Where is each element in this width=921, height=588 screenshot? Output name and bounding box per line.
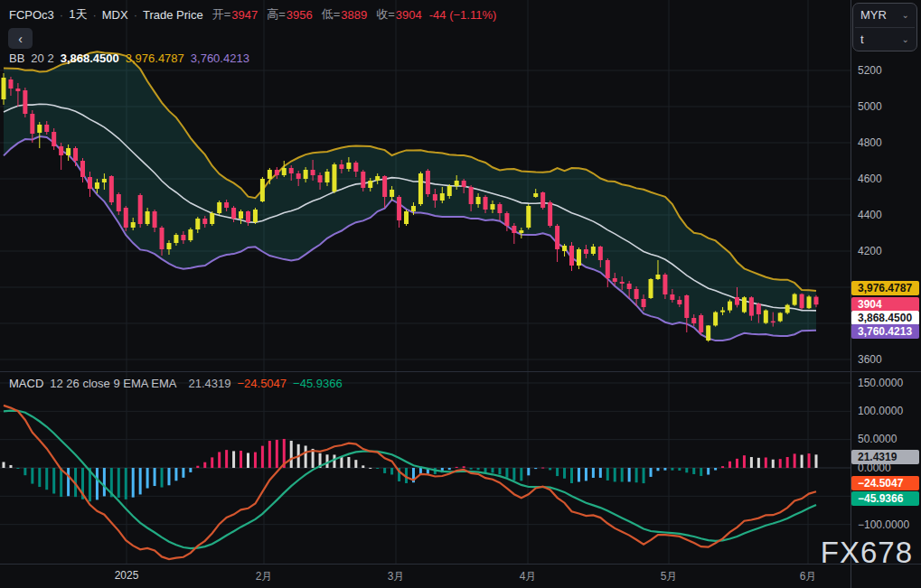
candle-body [368, 181, 372, 188]
macd-histogram-bar [463, 466, 465, 468]
macd-name: MACD [9, 377, 43, 390]
macd-histogram-bar [182, 468, 184, 478]
candle-body [591, 247, 596, 254]
candle-body [375, 176, 380, 181]
macd-histogram-bar [103, 468, 106, 496]
macd-histogram-bar [671, 468, 673, 471]
candle-body [131, 222, 136, 228]
currency-value: MYR [860, 8, 887, 22]
low-label: 低= [322, 6, 341, 23]
price-type-label: Trade Price [143, 8, 203, 22]
candle-body [311, 170, 315, 175]
macd-indicator-legend[interactable]: MACD 12 26 close 9 EMA EMA 21.4319 −24.5… [9, 377, 343, 390]
candle-body [411, 206, 416, 211]
exchange-label: MDX [102, 8, 128, 22]
candle-body [217, 202, 221, 213]
macd-histogram-bar [614, 468, 616, 481]
candle-body [397, 197, 401, 220]
macd-histogram-bar [67, 468, 70, 496]
back-button[interactable]: ‹ [8, 28, 33, 49]
candle-body [102, 179, 107, 182]
chart-canvas[interactable] [0, 0, 921, 588]
unit-selector[interactable]: t ⌄ [853, 28, 916, 51]
candle-body [735, 297, 739, 305]
macd-histogram-bar [700, 468, 702, 476]
candle-body [346, 163, 351, 169]
candle-body [469, 187, 474, 204]
candle-body [642, 299, 646, 307]
macd-pane[interactable] [3, 406, 818, 559]
symbol-header[interactable]: FCPOc3 · 1天 · MDX · Trade Price 开=3947 高… [9, 6, 496, 23]
candle-body [202, 219, 207, 224]
macd-histogram-bar [491, 468, 493, 472]
macd-histogram-bar [218, 452, 221, 468]
macd-histogram-bar [692, 468, 695, 474]
macd-histogram-bar [276, 440, 278, 468]
candle-body [253, 210, 258, 222]
macd-histogram-bar [196, 466, 199, 468]
macd-histogram-bar [628, 468, 631, 481]
candle-body [332, 164, 336, 191]
macd-histogram-bar [23, 468, 26, 475]
candle-body [390, 190, 394, 197]
candle-body [462, 181, 466, 187]
candle-body [677, 300, 681, 304]
pane-separator[interactable] [0, 371, 921, 372]
candle-body [160, 228, 164, 249]
macd-histogram-bar [189, 468, 192, 472]
macd-hist-value: 21.4319 [188, 377, 230, 390]
candle-body [325, 172, 330, 182]
macd-histogram-bar [45, 468, 48, 490]
macd-histogram-bar [728, 462, 731, 468]
macd-histogram-bar [268, 441, 271, 468]
candle-body [239, 211, 243, 219]
time-axis[interactable]: 20252月3月4月5月6月 [0, 565, 921, 588]
macd-histogram-bar [505, 468, 508, 478]
macd-histogram-bar [656, 468, 659, 471]
macd-histogram-bar [484, 468, 487, 472]
macd-histogram-bar [340, 456, 343, 468]
macd-histogram-bar [38, 468, 41, 487]
candle-body [749, 297, 754, 315]
macd-histogram-bar [794, 453, 796, 468]
macd-axis-label: 100.0000 [858, 405, 903, 417]
interval-label[interactable]: 1天 [69, 6, 87, 23]
currency-selector[interactable]: MYR ⌄ [853, 4, 916, 27]
separator-dot: · [134, 8, 137, 22]
low-value: 3889 [341, 8, 367, 22]
candle-body [361, 172, 365, 188]
candle-body [246, 211, 250, 222]
bb-params: 20 2 [31, 51, 53, 65]
candle-body [66, 148, 70, 155]
candle-body [117, 194, 121, 211]
candle-body [785, 305, 790, 313]
macd-histogram-bar [707, 468, 710, 475]
macd-histogram-bar [520, 468, 522, 481]
candle-body [195, 219, 200, 229]
macd-histogram-bar [779, 459, 782, 468]
macd-histogram-bar [232, 451, 235, 468]
time-axis-month-label: 6月 [800, 569, 817, 584]
candle-body [519, 230, 523, 233]
macd-line-value: −24.5047 [237, 377, 287, 390]
candle-body [109, 176, 114, 202]
candle-body [569, 246, 574, 266]
candle-body [713, 313, 718, 326]
macd-histogram-bar [9, 465, 12, 468]
macd-histogram-bar [635, 468, 638, 482]
macd-histogram-bar [643, 468, 645, 483]
symbol-name[interactable]: FCPOc3 [9, 8, 54, 22]
macd-histogram-bar [354, 460, 357, 468]
macd-histogram-bar [154, 468, 156, 486]
macd-histogram-bar [125, 468, 127, 499]
candle-body [353, 163, 358, 172]
macd-histogram-bar [305, 445, 307, 468]
price-axis[interactable]: 52005000480046004400420036003,976.478739… [851, 0, 921, 371]
candle-body [289, 168, 294, 173]
bb-indicator-legend[interactable]: BB 20 2 3,868.4500 3,976.4787 3,760.4213 [9, 51, 249, 65]
macd-histogram-bar [736, 459, 738, 468]
candle-body [382, 176, 387, 197]
candle-body [670, 294, 674, 300]
macd-histogram-bar [254, 453, 257, 468]
price-pane[interactable] [2, 51, 819, 341]
